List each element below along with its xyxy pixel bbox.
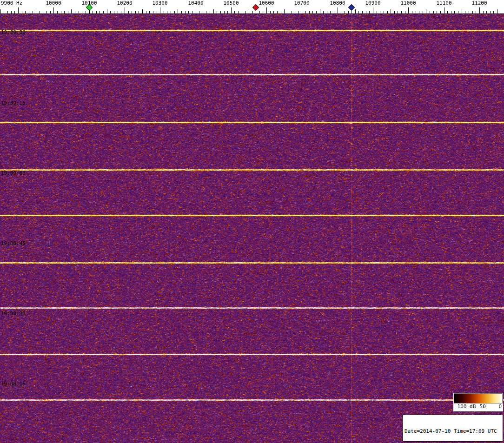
freq-tick-label: 11100 [436, 0, 451, 6]
colorbar-labels: -100 dB -50 0 [453, 404, 503, 410]
freq-tick-label: 10000 [46, 0, 61, 6]
colorbar-gradient [454, 393, 503, 403]
freq-tick-label: 11000 [400, 0, 416, 6]
frequency-ruler[interactable]: 9900 Hz100001010010200103001040010500106… [0, 0, 504, 14]
freq-tick-label: 10300 [152, 0, 167, 6]
observation-info-box: Date=2014-07-10 Time=17:09 UTC Freq=143 … [403, 415, 503, 442]
freq-tick-label: 11200 [471, 0, 487, 6]
freq-tick-label: 10700 [294, 0, 309, 6]
freq-tick-label: 9900 Hz [1, 0, 22, 6]
freq-tick-label: 10200 [117, 0, 132, 6]
waterfall-spectrogram [0, 14, 504, 443]
colorbar-max-label: 0 [498, 404, 502, 410]
colorbar-mid-label: -50 [477, 404, 486, 410]
intensity-colorbar: -100 dB -50 0 [453, 393, 503, 411]
freq-tick-label: 10500 [223, 0, 239, 6]
info-date-time: Date=2014-07-10 Time=17:09 UTC [405, 428, 501, 434]
freq-tick-label: 10600 [259, 0, 274, 6]
freq-tick-label: 10800 [330, 0, 345, 6]
freq-tick-label: 10900 [365, 0, 380, 6]
spectrogram-window: 9900 Hz100001010010200103001040010500106… [0, 0, 504, 443]
colorbar-min-label: -100 dB [454, 404, 476, 410]
freq-tick-label: 10400 [188, 0, 203, 6]
